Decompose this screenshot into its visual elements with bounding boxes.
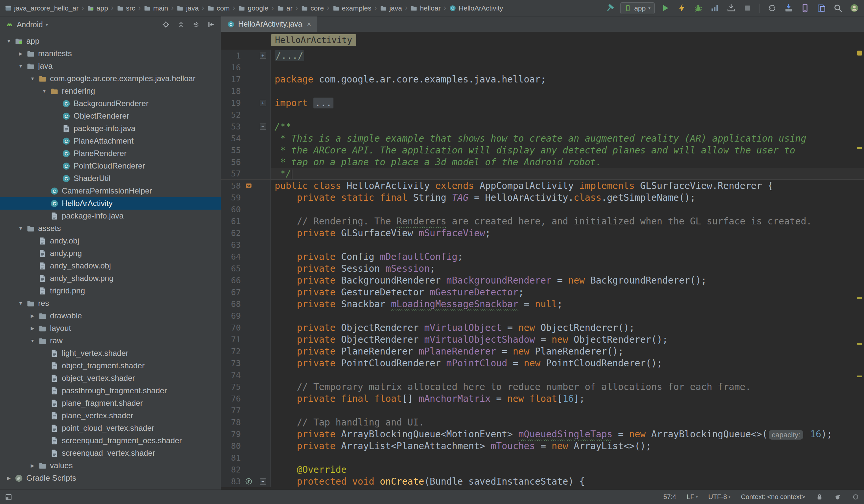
avd-manager-button[interactable] — [799, 2, 811, 14]
breadcrumb-item[interactable]: google — [238, 4, 269, 13]
tree-item[interactable]: CBackgroundRenderer — [0, 97, 221, 110]
line-number[interactable]: 66 — [221, 276, 241, 285]
sdk-manager-button[interactable] — [782, 2, 794, 14]
expand-fold-icon[interactable]: + — [260, 52, 266, 59]
gutter[interactable]: 73 — [221, 357, 271, 369]
breadcrumb-item[interactable]: src — [116, 4, 136, 13]
gutter[interactable]: 75 — [221, 381, 271, 393]
tree-item[interactable]: object_vertex.shader — [0, 372, 221, 384]
gutter[interactable]: 56 — [221, 156, 271, 168]
tree-item[interactable]: ▶values — [0, 459, 221, 472]
tree-item[interactable]: CPlaneRenderer — [0, 147, 221, 160]
tree-expanded-arrow-icon[interactable]: ▼ — [39, 88, 49, 94]
line-number[interactable]: 63 — [221, 240, 241, 250]
breadcrumb-item[interactable]: java — [176, 4, 200, 13]
line-number[interactable]: 78 — [221, 418, 241, 427]
tree-collapsed-arrow-icon[interactable]: ▶ — [27, 326, 37, 331]
gutter[interactable]: 58<> — [221, 180, 271, 192]
tree-item[interactable]: CShaderUtil — [0, 172, 221, 185]
tree-collapsed-arrow-icon[interactable]: ▶ — [4, 476, 14, 481]
gutter[interactable]: 70 — [221, 322, 271, 334]
line-number[interactable]: 82 — [221, 465, 241, 475]
breadcrumb-item[interactable]: helloar — [410, 4, 441, 13]
line-number[interactable]: 17 — [221, 75, 241, 84]
line-number[interactable]: 52 — [221, 110, 241, 120]
collapse-all-icon[interactable] — [177, 20, 185, 29]
gutter[interactable]: 60 — [221, 203, 271, 215]
warning-stripe-mark[interactable] — [857, 343, 862, 345]
tree-collapsed-arrow-icon[interactable]: ▶ — [27, 313, 37, 319]
breadcrumb-item[interactable]: app — [86, 4, 109, 13]
avatar-button[interactable] — [848, 2, 860, 14]
code-area[interactable]: 1+/.../1617package com.google.ar.core.ex… — [221, 48, 864, 487]
collapse-fold-icon[interactable]: − — [260, 123, 266, 130]
tree-item[interactable]: trigrid.png — [0, 285, 221, 297]
file-encoding-widget[interactable]: UTF-8 ▾ — [708, 493, 730, 501]
line-number[interactable]: 77 — [221, 406, 241, 415]
gutter[interactable]: 66 — [221, 274, 271, 286]
gutter[interactable]: 76 — [221, 393, 271, 405]
gutter[interactable]: 65 — [221, 263, 271, 274]
inspections-profile-icon[interactable] — [834, 493, 841, 501]
line-number[interactable]: 1 — [221, 51, 241, 60]
tree-item[interactable]: ▼rendering — [0, 85, 221, 97]
tree-item[interactable]: plane_vertex.shader — [0, 409, 221, 422]
tree-item[interactable]: screenquad_fragment_oes.shader — [0, 434, 221, 447]
line-number[interactable]: 73 — [221, 358, 241, 368]
line-number[interactable]: 19 — [221, 98, 241, 108]
run-config-selector[interactable]: app▾ — [620, 2, 655, 14]
gutter[interactable]: 82 — [221, 464, 271, 476]
tree-item[interactable]: object_fragment.shader — [0, 359, 221, 372]
gutter[interactable]: 64 — [221, 251, 271, 263]
lock-icon[interactable] — [816, 493, 823, 501]
gutter[interactable]: 62 — [221, 227, 271, 239]
tree-item[interactable]: ▼com.google.ar.core.examples.java.helloa… — [0, 72, 221, 85]
tree-item[interactable]: plane_fragment.shader — [0, 397, 221, 409]
tree-item[interactable]: andy.png — [0, 247, 221, 260]
line-number[interactable]: 76 — [221, 394, 241, 404]
line-number[interactable]: 72 — [221, 347, 241, 356]
line-number[interactable]: 59 — [221, 193, 241, 202]
tree-item[interactable]: ▼raw — [0, 335, 221, 347]
tree-expanded-arrow-icon[interactable]: ▼ — [27, 338, 37, 343]
gutter[interactable]: 54 — [221, 132, 271, 144]
device-file-explorer-button[interactable] — [815, 2, 827, 14]
search-everywhere-button[interactable] — [832, 2, 844, 14]
warning-stripe-mark[interactable] — [857, 147, 862, 149]
gutter[interactable]: 78 — [221, 416, 271, 428]
line-number[interactable]: 62 — [221, 228, 241, 238]
gutter[interactable]: 61 — [221, 215, 271, 227]
line-number[interactable]: 54 — [221, 134, 241, 143]
breadcrumb-item[interactable]: com — [207, 4, 231, 13]
gutter[interactable]: 83− — [221, 476, 271, 487]
caret-position[interactable]: 57:4 — [663, 493, 676, 501]
tree-expanded-arrow-icon[interactable]: ▼ — [27, 76, 37, 81]
breadcrumb-item[interactable]: ar — [276, 4, 293, 13]
context-indicator[interactable]: Context: <no context> — [741, 493, 805, 501]
line-number[interactable]: 58 — [221, 181, 241, 191]
tree-item[interactable]: light_vertex.shader — [0, 347, 221, 359]
tree-item[interactable]: andy_shadow.png — [0, 272, 221, 285]
tree-item[interactable]: ▼res — [0, 297, 221, 310]
tree-item[interactable]: CHelloArActivity — [0, 197, 221, 209]
gutter[interactable]: 81 — [221, 452, 271, 464]
project-view-selector[interactable]: Android — [17, 20, 43, 29]
line-number[interactable]: 55 — [221, 146, 241, 155]
stop-button[interactable] — [742, 2, 753, 14]
line-number[interactable]: 56 — [221, 157, 241, 167]
gutter[interactable]: 18 — [221, 85, 271, 97]
gutter[interactable]: 19+ — [221, 97, 271, 109]
tree-item[interactable]: CPointCloudRenderer — [0, 160, 221, 172]
line-number[interactable]: 65 — [221, 264, 241, 273]
tree-item[interactable]: package-info.java — [0, 209, 221, 222]
gutter[interactable]: 69 — [221, 310, 271, 322]
line-number[interactable]: 74 — [221, 370, 241, 380]
tree-item[interactable]: andy_shadow.obj — [0, 260, 221, 272]
line-number[interactable]: 81 — [221, 453, 241, 463]
tree-item[interactable]: ▼assets — [0, 222, 221, 235]
gutter[interactable]: 72 — [221, 345, 271, 357]
breadcrumb-item[interactable]: core — [300, 4, 325, 13]
tree-expanded-arrow-icon[interactable]: ▼ — [4, 38, 14, 44]
gutter[interactable]: 1+ — [221, 50, 271, 61]
breadcrumb-item[interactable]: java — [379, 4, 403, 13]
